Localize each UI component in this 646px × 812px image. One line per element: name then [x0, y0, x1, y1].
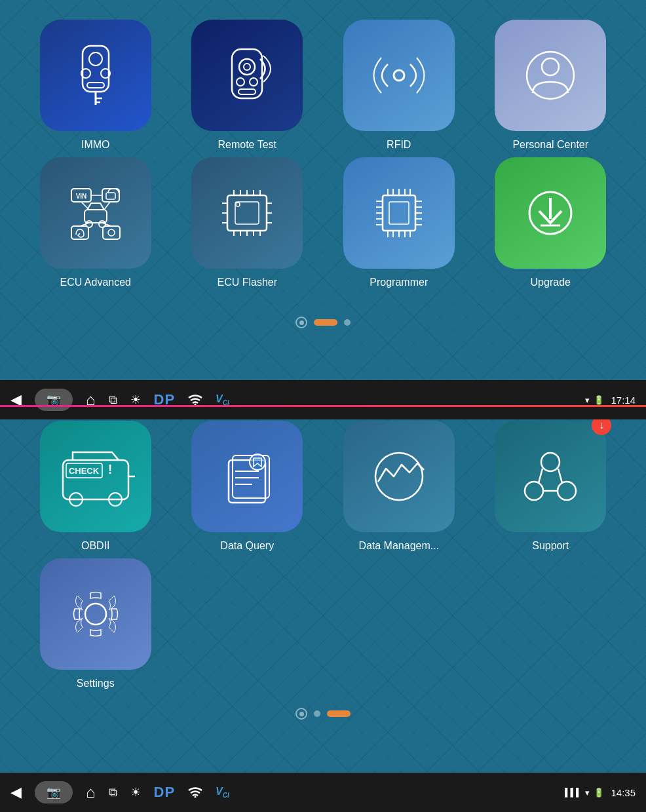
svg-point-12	[250, 78, 257, 86]
app-item-ecu-flasher[interactable]: ECU Flasher	[178, 157, 317, 288]
support-label: Support	[532, 540, 569, 552]
svg-rect-4	[87, 83, 104, 88]
personal-center-icon-bg	[495, 20, 606, 131]
svg-rect-49	[235, 202, 259, 224]
svg-point-93	[558, 482, 576, 500]
bottom-page-dot-2[interactable]	[327, 710, 351, 717]
bottom-dp-logo[interactable]: DP	[154, 784, 176, 801]
app-item-ecu-advanced[interactable]: VIN	[26, 157, 165, 288]
ecu-advanced-label: ECU Advanced	[60, 277, 131, 288]
top-page-dot-1[interactable]	[314, 319, 337, 326]
svg-line-95	[558, 469, 562, 483]
svg-point-91	[541, 453, 560, 471]
app-item-immo[interactable]: IMMO	[26, 20, 165, 151]
rfid-label: RFID	[387, 139, 411, 151]
svg-line-94	[539, 469, 542, 483]
app-item-data-management[interactable]: Data Managem...	[330, 421, 468, 552]
app-item-rfid[interactable]: RFID	[330, 20, 468, 151]
bottom-signal-icon: ▌▌▌	[565, 788, 582, 797]
bottom-nav-right-group: ▌▌▌ ▾ 🔋 14:35	[565, 787, 636, 798]
svg-point-10	[244, 64, 250, 70]
app-item-obdii[interactable]: CHECK ! OBDII	[26, 421, 165, 552]
svg-text:VIN: VIN	[75, 193, 86, 200]
wifi-signal-icon	[188, 395, 202, 405]
svg-rect-25	[103, 226, 120, 239]
ecu-flasher-icon-bg	[191, 157, 303, 269]
remote-test-icon-bg	[191, 20, 303, 131]
app-item-settings[interactable]: Settings	[26, 558, 165, 689]
svg-point-98	[195, 796, 197, 798]
app-item-programmer[interactable]: Programmer	[330, 157, 468, 288]
svg-rect-72	[389, 202, 409, 224]
svg-rect-23	[106, 193, 115, 199]
nav-right-group: ▾ 🔋 17:14	[585, 395, 636, 406]
time-display: 17:14	[611, 395, 636, 406]
app-item-support[interactable]: ↓ Support	[482, 421, 620, 552]
svg-point-90	[375, 453, 423, 500]
svg-rect-13	[238, 89, 256, 94]
battery-icon: 🔋	[594, 395, 604, 405]
bottom-time-display: 14:35	[611, 787, 636, 798]
svg-point-11	[237, 78, 244, 86]
data-management-icon-bg	[343, 421, 455, 532]
bottom-page-indicator	[0, 703, 646, 725]
obdii-label: OBDII	[81, 540, 110, 552]
divider-line	[0, 405, 646, 407]
ecu-flasher-label: ECU Flasher	[217, 277, 277, 288]
svg-point-1	[89, 52, 102, 66]
nav-left-group: ◀ 📷 ⌂ ⧉ ☀ DP VCI	[10, 389, 229, 411]
svg-point-16	[542, 58, 559, 75]
upgrade-label: Upgrade	[531, 277, 571, 288]
bottom-page-dot-1[interactable]	[314, 710, 320, 717]
camera-pill[interactable]: 📷	[35, 389, 73, 411]
settings-label: Settings	[77, 678, 115, 689]
top-search-indicator[interactable]	[295, 317, 307, 328]
programmer-icon-bg	[343, 157, 455, 269]
bottom-brightness-button[interactable]: ☀	[130, 785, 141, 800]
svg-point-50	[236, 203, 240, 206]
svg-point-14	[394, 70, 404, 81]
rfid-icon-bg	[343, 20, 455, 131]
svg-text:CHECK: CHECK	[69, 466, 100, 476]
top-app-grid-row2: VIN	[0, 151, 646, 308]
bottom-search-indicator[interactable]	[295, 708, 307, 720]
svg-rect-51	[383, 195, 415, 231]
svg-line-28	[81, 202, 89, 210]
svg-point-97	[85, 604, 106, 625]
svg-line-29	[104, 202, 110, 210]
top-page-dot-2[interactable]	[344, 319, 351, 326]
bottom-back-button[interactable]: ◀	[10, 784, 22, 801]
top-page-indicator	[0, 311, 646, 334]
bottom-vci-logo[interactable]: VCI	[216, 786, 229, 799]
bottom-camera-icon: 📷	[47, 785, 61, 800]
app-item-remote-test[interactable]: Remote Test	[178, 20, 317, 151]
svg-point-92	[525, 482, 543, 500]
app-item-upgrade[interactable]: Upgrade	[482, 157, 620, 288]
app-item-data-query[interactable]: Data Query	[178, 421, 317, 552]
data-query-icon-bg	[191, 421, 303, 532]
wifi-icon: ▾	[585, 395, 590, 405]
svg-text:!: !	[107, 462, 112, 476]
support-icon-bg: ↓	[495, 421, 606, 532]
data-query-label: Data Query	[220, 540, 274, 552]
bottom-home-button[interactable]: ⌂	[86, 783, 96, 802]
top-screen: IMMO Remote Te	[0, 0, 646, 380]
svg-rect-32	[227, 195, 267, 231]
ecu-advanced-icon-bg: VIN	[40, 157, 151, 269]
svg-point-9	[239, 59, 255, 75]
immo-icon-bg	[40, 20, 151, 131]
svg-point-89	[250, 454, 265, 470]
bottom-app-grid: CHECK ! OBDII	[0, 408, 646, 558]
obdii-icon-bg: CHECK !	[40, 421, 151, 532]
personal-center-label: Personal Center	[512, 139, 588, 151]
settings-row: Settings	[0, 558, 646, 689]
bottom-nav-bar: ◀ 📷 ⌂ ⧉ ☀ DP VCI ▌▌▌ ▾ 🔋 14:35	[0, 773, 646, 812]
remote-test-label: Remote Test	[218, 139, 276, 151]
bottom-recent-button[interactable]: ⧉	[109, 786, 117, 800]
settings-icon-bg	[40, 558, 151, 670]
svg-rect-22	[102, 189, 119, 202]
top-app-grid: IMMO Remote Te	[0, 0, 646, 151]
app-item-personal-center[interactable]: Personal Center	[482, 20, 620, 151]
bottom-camera-pill[interactable]: 📷	[35, 781, 73, 803]
svg-point-26	[108, 229, 115, 236]
